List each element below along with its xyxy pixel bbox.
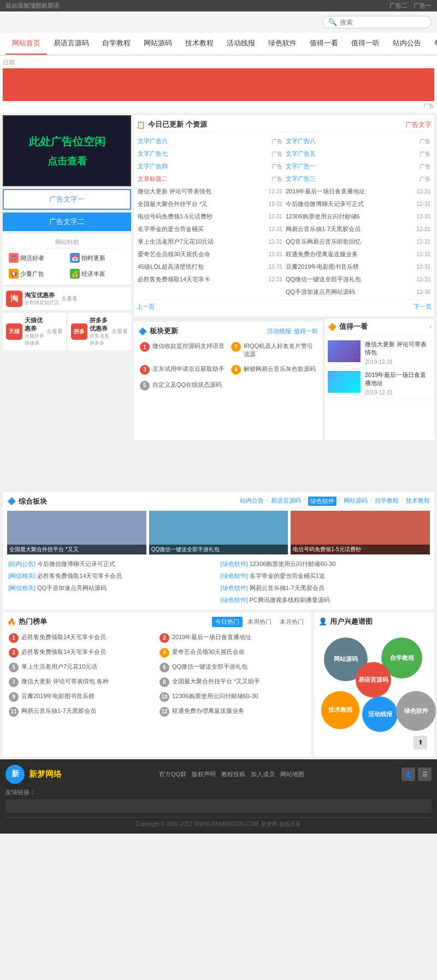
hot-item-3[interactable]: 3必胜客免费领取14天宅享卡会员	[7, 646, 156, 659]
promo-go-taobao[interactable]: 去看看	[61, 295, 78, 303]
update-item-7[interactable]: 文章标题二广告	[137, 173, 284, 185]
update-item-4[interactable]: 文字广告五广告	[285, 148, 432, 160]
update-item-10[interactable]: 2019年最后一场日食直播地址12-31	[285, 186, 432, 197]
bubble-activity[interactable]: 活动线报	[362, 696, 398, 732]
comp-link-5[interactable]: [网信相关]QQ手游加速点亮网站源码	[7, 583, 218, 593]
nav-item-green[interactable]: 绿色软件	[262, 33, 303, 55]
footer-link-sitemap[interactable]: 网站地图	[280, 770, 304, 778]
hot-tab-month[interactable]: 本月热门	[276, 617, 307, 627]
update-item-22[interactable]: 豆瓣2019年电影图书音乐榜12-31	[285, 261, 432, 273]
comp-img-1[interactable]: 全国最大聚合外挂平台 *又又	[7, 511, 146, 554]
update-item-3[interactable]: 文字广告七广告	[137, 148, 284, 160]
update-item-5[interactable]: 文字广告四广告	[137, 161, 284, 172]
update-item-18[interactable]: QQ音乐网易云音乐听歌回忆12-31	[285, 236, 432, 247]
bubble-green[interactable]: 绿色软件	[396, 691, 436, 731]
upload-icon[interactable]: ⬆	[414, 736, 427, 749]
comp-link-6[interactable]: [绿色软件]网易云音乐抽1-7天黑胶会员	[220, 583, 430, 593]
comp-tab-notice[interactable]: 站内公告	[240, 497, 264, 506]
promo-go-tianmao[interactable]: 去看看	[46, 328, 63, 335]
ad-big-box[interactable]: 此处广告位空闲 点击查看	[3, 115, 131, 186]
worth-item-1[interactable]: 微信大更新 评论可带表情包 2019-12-31	[328, 338, 432, 368]
comp-img-2[interactable]: QQ微信一键送全部手游礼包	[149, 511, 288, 554]
update-item-12[interactable]: 今后微信微博聊天记录可正式12-31	[285, 198, 432, 210]
hot-item-6[interactable]: 6QQ微信一键送全部手游礼包	[158, 661, 307, 674]
nav-item-self[interactable]: 自学教程	[96, 33, 137, 55]
update-item-2[interactable]: 文字广告八广告	[285, 135, 432, 147]
nav-item-activity[interactable]: 活动线报	[220, 33, 262, 55]
update-item-26[interactable]: QQ手游加速点亮网站源码12-30	[285, 286, 432, 298]
comp-tab-green[interactable]: 绿色软件	[308, 497, 336, 506]
comp-link-3[interactable]: [网信相关]必胜客免费领取14天宅享卡会员	[7, 571, 218, 581]
hot-item-7[interactable]: 7微信大更新 评论可带表情包 各种	[7, 676, 156, 689]
special-item-4[interactable]: 💰 经济丰富	[68, 267, 127, 280]
comp-tab-tech[interactable]: 技术教程	[406, 497, 430, 506]
special-item-2[interactable]: 📅 拍时更新	[68, 251, 127, 264]
hot-item-9[interactable]: 9豆瓣2019年电影图书音乐榜	[7, 690, 156, 704]
top-ad2[interactable]: 广告二	[389, 2, 408, 9]
promo-tianmao[interactable]: 天猫 天猫优惠券 大额外券快捷易 去看看	[3, 313, 66, 350]
update-item-19[interactable]: 爱奇艺会员领30天摇氏会命12-31	[137, 249, 284, 260]
hot-item-2[interactable]: 22019年最后一场日食直播地址	[158, 631, 307, 645]
comp-link-8[interactable]: [绿色软件]PC腾讯微视多线程刷播量源码	[220, 595, 430, 605]
block-item-1[interactable]: 1 微信收款监控源码支持语音	[138, 340, 227, 361]
update-item-17[interactable]: 掌上生活老用户7元花10元话12-31	[137, 236, 284, 247]
comp-img-3[interactable]: 电信号码免费领1-5元话费秒	[291, 511, 430, 554]
update-item-1[interactable]: 文字广告六广告	[137, 135, 284, 147]
footer-link-copyright[interactable]: 版权声明	[192, 770, 216, 778]
update-item-13[interactable]: 电信号码免费领1-5元话费秒12-31	[137, 211, 284, 222]
footer-icon-menu[interactable]: ☰	[418, 768, 432, 781]
hot-tab-week[interactable]: 本周热门	[244, 617, 275, 627]
comp-link-1[interactable]: [站内公告]今后微信微博聊天记录可正式	[7, 559, 218, 569]
block-item-4[interactable]: 4 解锁网易云音乐灰色歌源码	[229, 363, 318, 376]
comp-tab-yiyu[interactable]: 易语言源码	[271, 497, 301, 506]
footer-link-qq[interactable]: 官方QQ群	[159, 770, 186, 778]
nav-item-tech[interactable]: 技术教程	[179, 33, 220, 55]
nav-item-home[interactable]: 网站首页	[5, 33, 47, 55]
bubble-tech[interactable]: 技术教程	[321, 691, 359, 729]
hot-tab-today[interactable]: 今日热门	[212, 617, 243, 627]
ad-btn-2[interactable]: 广告文字二	[3, 212, 131, 231]
block-tag-1[interactable]: 活动线报	[267, 327, 291, 335]
ad-btn-1[interactable]: 广告文字一	[3, 189, 131, 210]
update-item-20[interactable]: 联通免费办理离返送腿业务12-31	[285, 249, 432, 260]
nav-item-source[interactable]: 网站源码	[137, 33, 179, 55]
comp-link-4[interactable]: [绿色软件]名字带金的爱当劳金桶买1送	[220, 571, 430, 581]
footer-icon-user[interactable]: 👤	[401, 768, 415, 781]
hot-item-8[interactable]: 8全国最大聚合外挂平台 *又又助手	[158, 676, 307, 689]
update-item-15[interactable]: 名字带金的爱当劳金桶买12-31	[137, 223, 284, 235]
top-ad1[interactable]: 广告一	[414, 2, 432, 9]
prev-page[interactable]: 上一页	[137, 303, 155, 311]
search-wrap[interactable]: 🔍	[322, 16, 432, 28]
banner-image[interactable]	[3, 68, 434, 101]
block-item-5[interactable]: 5 自定义及QQ在线状态源码	[138, 379, 227, 392]
update-item-21[interactable]: 45级LOL超高清壁纸打包12-31	[137, 261, 284, 273]
nav-item-yiyu[interactable]: 易语言源码	[47, 33, 96, 55]
special-item-3[interactable]: 📢 少量广告	[7, 267, 66, 280]
hot-item-11[interactable]: 11网易云音乐抽1-7天黑胶会员	[7, 705, 156, 718]
worth-item-2[interactable]: 2019年最后一场日食直播地址 2019-12-31	[328, 368, 432, 399]
bubble-yiyu[interactable]: 易语言源码	[356, 662, 391, 698]
update-item-16[interactable]: 网易云音乐抽1-7天黑胶会员12-31	[285, 223, 432, 235]
block-item-7[interactable]: 7 IRQQ机器人好友名片赞引流源	[229, 340, 318, 361]
search-input[interactable]	[340, 19, 426, 26]
promo-pdd[interactable]: 拼多 拼多多优惠券 拼客省友拼多多 去看看	[68, 313, 131, 350]
comp-tab-source[interactable]: 网站源码	[344, 497, 368, 506]
hot-item-1[interactable]: 1必胜客免费领取14天宅享卡会员	[7, 631, 156, 645]
footer-link-tutorial[interactable]: 教程投稿	[221, 770, 245, 778]
hot-item-12[interactable]: 12联通免费办理离返送腿业务	[158, 705, 307, 718]
special-item-1[interactable]: 🎵 簡活好者	[7, 251, 66, 264]
nav-item-daily[interactable]: 每日必买	[428, 33, 437, 55]
comp-link-2[interactable]: [绿色软件]12306购票使用云闪付邮储60-30	[220, 559, 430, 569]
hot-item-10[interactable]: 1012306购票使用云闪付邮储60-30	[158, 690, 307, 704]
update-item-23[interactable]: 必胜客免费领取14天宅享卡12-31	[137, 274, 284, 285]
worth-arrow[interactable]: ›	[429, 323, 432, 330]
comp-tab-self[interactable]: 自学教程	[375, 497, 399, 506]
update-item-24[interactable]: QQ微信一键送全部手游礼包12-31	[285, 274, 432, 285]
nav-item-see[interactable]: 值得一看	[303, 33, 345, 55]
block-item-3[interactable]: 3 京东试用申请京豆获取助手	[138, 363, 227, 376]
update-item-6[interactable]: 文字广告一广告	[285, 161, 432, 172]
promo-taobao[interactable]: 淘 淘宝优惠券 全程明星制式店 去看看	[3, 287, 131, 310]
hot-item-4[interactable]: 4爱奇艺会员领30天摇氏会命	[158, 646, 307, 659]
update-item-14[interactable]: 12306购票使用云闪付邮储612-31	[285, 211, 432, 222]
update-item-11[interactable]: 全国最大聚合外挂平台 *又12-31	[137, 198, 284, 210]
